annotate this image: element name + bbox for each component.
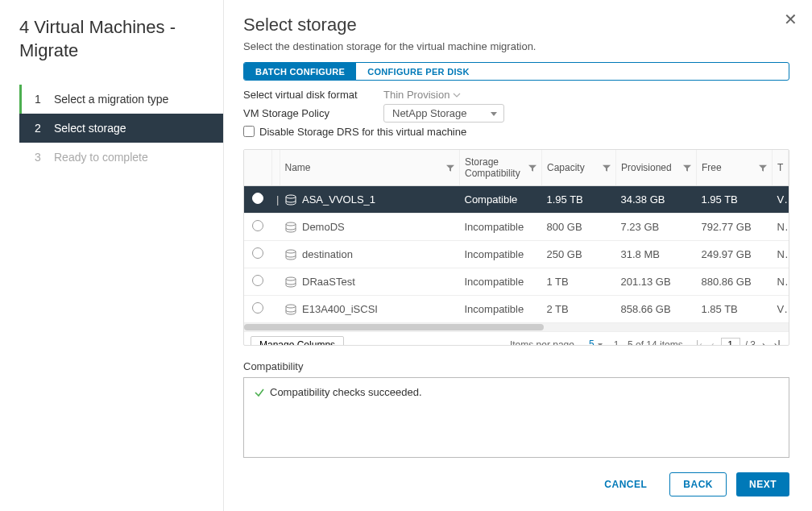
disk-format-label: Select virtual disk format	[243, 89, 383, 101]
filter-icon[interactable]	[603, 162, 611, 173]
step-label: Ready to complete	[54, 151, 148, 164]
grip-icon	[271, 214, 280, 241]
page-input[interactable]	[721, 338, 740, 346]
cell-t: N	[773, 268, 789, 296]
datastore-icon	[284, 304, 297, 315]
storage-policy-select[interactable]: NetApp Storage	[383, 104, 504, 123]
disable-drs-input[interactable]	[243, 126, 255, 137]
close-icon[interactable]: ✕	[784, 10, 798, 29]
filter-icon[interactable]	[446, 162, 454, 173]
radio-select[interactable]	[252, 220, 263, 231]
datastore-name: DemoDS	[302, 221, 345, 233]
disk-format-value[interactable]: Thin Provision	[383, 89, 461, 101]
datastore-icon	[284, 194, 297, 206]
datastore-icon	[284, 222, 297, 233]
filter-icon[interactable]	[528, 162, 536, 173]
filter-icon[interactable]	[683, 162, 691, 173]
step-num: 3	[35, 151, 46, 164]
datastore-name: DRaaSTest	[302, 276, 355, 288]
cell-t: N	[773, 241, 789, 268]
cell-compat: Incompatible	[460, 241, 542, 268]
grip-icon	[271, 296, 280, 323]
config-mode-tabs: BATCH CONFIGURE CONFIGURE PER DISK	[243, 62, 789, 81]
disable-drs-checkbox[interactable]: Disable Storage DRS for this virtual mac…	[243, 126, 789, 138]
svg-point-2	[286, 250, 296, 253]
items-per-page-label: Items per page	[510, 339, 574, 346]
cell-t: V	[773, 296, 789, 323]
datastore-name: destination	[302, 248, 353, 260]
cell-capacity: 1.95 TB	[542, 186, 616, 214]
radio-select[interactable]	[252, 275, 263, 286]
step-2[interactable]: 2 Select storage	[19, 114, 223, 143]
step-1[interactable]: 1 Select a migration type	[19, 85, 223, 114]
cell-free: 1.85 TB	[697, 296, 773, 323]
col-provisioned[interactable]: Provisioned	[616, 150, 697, 186]
col-compat[interactable]: Storage Compatibility	[460, 150, 542, 186]
compatibility-message: Compatibility checks succeeded.	[270, 386, 422, 398]
cell-compat: Incompatible	[460, 214, 542, 241]
cell-capacity: 250 GB	[542, 241, 616, 268]
cell-t: V	[773, 186, 789, 214]
next-button[interactable]: NEXT	[736, 472, 789, 496]
cell-provisioned: 858.66 GB	[616, 296, 697, 323]
filter-icon[interactable]	[759, 162, 767, 173]
table-row[interactable]: destinationIncompatible250 GB31.8 MB249.…	[244, 241, 789, 268]
cell-capacity: 1 TB	[542, 268, 616, 296]
step-num: 2	[35, 122, 46, 135]
prev-page-icon[interactable]: ‹	[709, 339, 716, 346]
storage-policy-label: VM Storage Policy	[243, 107, 383, 119]
col-free[interactable]: Free	[697, 150, 773, 186]
page-total: / 3	[745, 339, 756, 346]
datastore-name: E13A400_iSCSI	[302, 303, 378, 315]
svg-point-0	[286, 195, 296, 198]
compatibility-box: Compatibility checks succeeded.	[243, 377, 789, 458]
col-capacity[interactable]: Capacity	[542, 150, 616, 186]
disable-drs-label: Disable Storage DRS for this virtual mac…	[259, 126, 466, 138]
wizard-title: 4 Virtual Machines - Migrate	[19, 16, 223, 62]
col-name[interactable]: Name	[280, 150, 460, 186]
next-page-icon[interactable]: ›	[760, 339, 768, 346]
step-label: Select a migration type	[54, 93, 168, 106]
table-row[interactable]: |ASA_VVOLS_1Compatible1.95 TB34.38 GB1.9…	[244, 186, 789, 214]
cell-provisioned: 7.23 GB	[616, 214, 697, 241]
manage-columns-button[interactable]: Manage Columns	[251, 336, 344, 346]
radio-select[interactable]	[252, 193, 263, 204]
cell-t: N	[773, 214, 789, 241]
page-subtitle: Select the destination storage for the v…	[243, 40, 789, 52]
datastore-name: ASA_VVOLS_1	[302, 193, 375, 206]
table-row[interactable]: E13A400_iSCSIIncompatible2 TB858.66 GB1.…	[244, 296, 789, 323]
cell-compat: Incompatible	[460, 268, 542, 296]
radio-select[interactable]	[252, 302, 263, 314]
cell-provisioned: 201.13 GB	[616, 268, 697, 296]
cell-free: 880.86 GB	[697, 268, 773, 296]
cell-compat: Compatible	[460, 186, 542, 214]
table-row[interactable]: DRaaSTestIncompatible1 TB201.13 GB880.86…	[244, 268, 789, 296]
tab-batch-configure[interactable]: BATCH CONFIGURE	[244, 63, 356, 80]
chevron-down-icon	[453, 91, 461, 99]
back-button[interactable]: BACK	[669, 472, 727, 496]
radio-select[interactable]	[252, 247, 263, 259]
col-radio	[244, 150, 271, 186]
svg-point-3	[286, 277, 296, 280]
svg-point-1	[286, 222, 296, 226]
grip-icon	[271, 268, 280, 296]
datastore-icon	[284, 276, 297, 288]
col-grip	[271, 150, 280, 186]
last-page-icon[interactable]: ›|	[773, 339, 782, 346]
svg-point-4	[286, 305, 296, 308]
tab-configure-per-disk[interactable]: CONFIGURE PER DISK	[356, 63, 480, 80]
col-t[interactable]: T	[773, 150, 789, 186]
table-row[interactable]: DemoDSIncompatible800 GB7.23 GB792.77 GB…	[244, 214, 789, 241]
first-page-icon[interactable]: |‹	[694, 339, 704, 346]
page-title: Select storage	[243, 15, 789, 35]
cell-capacity: 2 TB	[542, 296, 616, 323]
step-3: 3 Ready to complete	[19, 143, 223, 172]
cell-capacity: 800 GB	[542, 214, 616, 241]
items-per-page-value[interactable]: 5	[586, 339, 603, 346]
cell-free: 792.77 GB	[697, 214, 773, 241]
horizontal-scrollbar[interactable]	[244, 323, 789, 331]
cell-free: 1.95 TB	[697, 186, 773, 214]
datastore-icon	[284, 249, 297, 260]
step-num: 1	[35, 93, 46, 106]
cancel-button[interactable]: CANCEL	[591, 472, 660, 496]
